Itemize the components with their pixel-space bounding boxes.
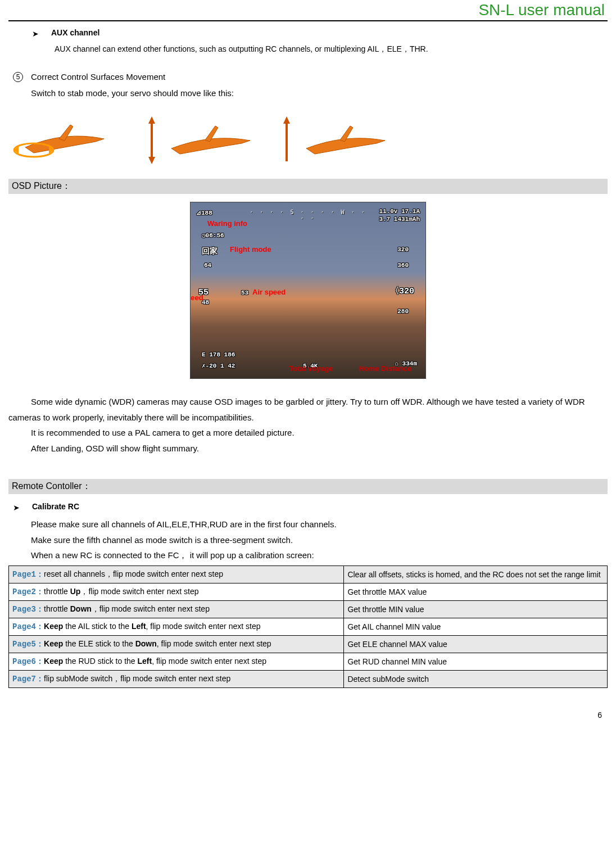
osd-hud-topleft: ⊿188 bbox=[196, 209, 212, 216]
cell-text: Get throttle MIN value bbox=[344, 601, 608, 618]
cell-text: the RUD stick to the bbox=[63, 657, 137, 666]
osd-hud-tr2: 3.7 1431mAh bbox=[379, 216, 420, 223]
osd-label-totalvoyage: Total voyage bbox=[289, 364, 333, 373]
osd-hud-360: 360 bbox=[397, 262, 409, 269]
wdr-p1: Some wide dynamic (WDR) cameras may caus… bbox=[8, 394, 608, 426]
remote-section-title: Remote Contoller： bbox=[8, 479, 608, 494]
cell-text: throttle bbox=[44, 604, 70, 613]
step5-heading-line: 5 Correct Control Surfaces Movement bbox=[13, 72, 608, 82]
calibrate-heading: Calibrate RC bbox=[32, 502, 79, 511]
cell-text: Clear all offsets, sticks is homed, and … bbox=[344, 566, 608, 583]
page-tag: Page4： bbox=[12, 622, 44, 631]
cell-text: flip subMode switch，flip mode switch ent… bbox=[44, 674, 230, 683]
table-row: Page6：Keep the RUD stick to the Left, fl… bbox=[9, 653, 608, 671]
step5-title: Correct Control Surfaces Movement bbox=[31, 72, 165, 82]
cell-bold: Up bbox=[70, 587, 81, 596]
page-tag: Page6： bbox=[12, 657, 44, 666]
osd-hud-air: 53 bbox=[241, 289, 248, 296]
cell-bold: Down bbox=[70, 604, 92, 613]
osd-hud-mode: 回家 bbox=[202, 246, 218, 256]
cell-bold: Keep bbox=[44, 639, 63, 648]
cell-text: , flip mode switch enter next step bbox=[152, 657, 266, 666]
aux-heading: AUX channel bbox=[51, 28, 99, 37]
osd-hud-compass: · · · · S · · · · W · · · · bbox=[250, 209, 367, 221]
chevron-right-icon: ➤ bbox=[13, 502, 20, 513]
cell-text: , flip mode switch enter next step bbox=[146, 622, 261, 631]
table-row: Page2：throttle Up，flip mode switch enter… bbox=[9, 583, 608, 601]
osd-label-airspeed: Air speed bbox=[252, 288, 286, 296]
cell-bold: Left bbox=[132, 622, 146, 631]
page-tag: Page1： bbox=[12, 570, 44, 579]
cell-text: ，flip mode switch enter next step bbox=[80, 587, 198, 596]
cell-text: Get RUD channel MIN value bbox=[344, 653, 608, 671]
wdr-p2: It is recommended to use a PAL camera to… bbox=[8, 425, 608, 441]
aux-body: AUX channel can extend other functions, … bbox=[55, 43, 608, 56]
plane-roll-figure bbox=[8, 108, 121, 170]
osd-hud-tr1: 11.0v 17.1A bbox=[379, 208, 420, 215]
document-header-title: SN-L user manual bbox=[8, 0, 608, 21]
osd-label-warning: Waring info bbox=[207, 219, 247, 228]
osd-hud-clock: ◷06:56 bbox=[202, 232, 224, 239]
plane-pitch-figure bbox=[143, 108, 256, 170]
circled-number-icon: 5 bbox=[13, 72, 23, 82]
calibrate-p2: Make sure the fifth channel as mode swit… bbox=[31, 532, 608, 548]
cell-text: Detect subMode switch bbox=[344, 671, 608, 688]
osd-screenshot: ⊿188 · · · · S · · · · W · · · · 11.0v 1… bbox=[190, 202, 426, 379]
cell-bold: Keep bbox=[44, 657, 63, 666]
page-tag: Page2： bbox=[12, 587, 44, 596]
cell-text: ，flip mode switch enter next step bbox=[92, 604, 210, 613]
plane-figure-row bbox=[8, 108, 608, 170]
cell-text: throttle bbox=[44, 587, 70, 596]
cell-text: reset all channels，flip mode switch ente… bbox=[44, 569, 223, 578]
osd-label-flightmode: Flight mode bbox=[230, 245, 271, 254]
calibrate-p1: Please make sure all channels of AIL,ELE… bbox=[31, 517, 608, 532]
osd-hud-altv: 〈320 bbox=[391, 286, 414, 296]
aux-bullet-line: ➤ AUX channel bbox=[32, 28, 608, 39]
osd-hud-sat: 64 bbox=[204, 262, 211, 269]
cell-text: , flip mode switch enter next step bbox=[157, 639, 271, 648]
osd-hud-280: 280 bbox=[397, 308, 409, 315]
osd-label-homedist: Home Distance bbox=[359, 364, 411, 373]
plane-yaw-figure bbox=[278, 108, 391, 170]
page-tag: Page3： bbox=[12, 605, 44, 614]
calibrate-p3: When a new RC is connected to the FC， it… bbox=[31, 548, 608, 563]
osd-hud-e: E 178 186 bbox=[202, 351, 235, 358]
table-row: Page4：Keep the AIL stick to the Left, fl… bbox=[9, 618, 608, 636]
cell-text: Get ELE channel MAX value bbox=[344, 636, 608, 653]
table-row: Page5：Keep the ELE stick to the Down, fl… bbox=[9, 636, 608, 653]
cell-text: the AIL stick to the bbox=[63, 622, 132, 631]
cell-bold: Keep bbox=[44, 622, 63, 631]
table-row: Page1：reset all channels，flip mode switc… bbox=[9, 566, 608, 583]
calibration-table: Page1：reset all channels，flip mode switc… bbox=[8, 566, 608, 688]
calibrate-bullet-line: ➤ Calibrate RC bbox=[13, 502, 608, 513]
osd-hud-320: 320 bbox=[397, 246, 409, 253]
page-tag: Page7： bbox=[12, 675, 44, 684]
wdr-p3: After Landing, OSD will show flight summ… bbox=[8, 441, 608, 456]
page-number: 6 bbox=[8, 688, 608, 720]
cell-text: Get AIL channel MIN value bbox=[344, 618, 608, 636]
osd-figure-wrap: ⊿188 · · · · S · · · · W · · · · 11.0v 1… bbox=[8, 202, 608, 381]
table-row: Page7：flip subMode switch，flip mode swit… bbox=[9, 671, 608, 688]
osd-hud-x: ✗-20 1 42 bbox=[202, 362, 235, 369]
osd-section-title: OSD Picture： bbox=[8, 179, 608, 194]
osd-label-groundspeed: Ground speed bbox=[190, 293, 203, 302]
table-row: Page3：throttle Down，flip mode switch ent… bbox=[9, 601, 608, 618]
cell-bold: Left bbox=[138, 657, 152, 666]
chevron-right-icon: ➤ bbox=[32, 28, 39, 39]
cell-text: Get throttle MAX value bbox=[344, 583, 608, 601]
cell-text: the ELE stick to the bbox=[63, 639, 135, 648]
wdr-paragraph-block: Some wide dynamic (WDR) cameras may caus… bbox=[8, 394, 608, 456]
step5-body: Switch to stab mode, your servo should m… bbox=[31, 87, 608, 100]
cell-bold: Down bbox=[135, 639, 157, 648]
page-tag: Page5： bbox=[12, 640, 44, 649]
